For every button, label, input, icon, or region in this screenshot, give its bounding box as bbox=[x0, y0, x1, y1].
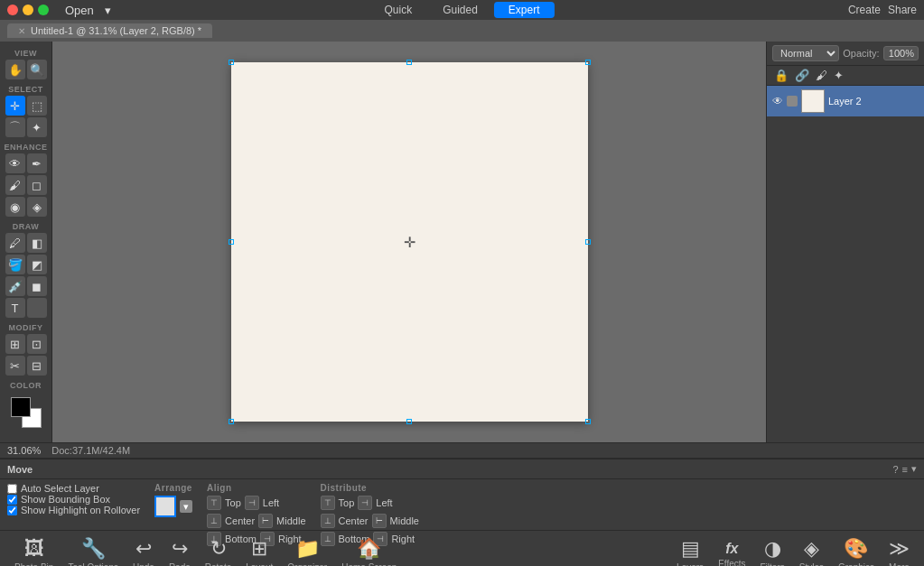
organizer-button[interactable]: 📁 Organizer bbox=[280, 534, 334, 566]
align-middle-button[interactable]: ⊢ bbox=[258, 514, 273, 528]
canvas-area: ✛ bbox=[52, 42, 766, 442]
gradient-tool[interactable]: ◩ bbox=[27, 255, 47, 274]
title-bar: Open ▾ Quick Guided Expert Create Share bbox=[0, 0, 924, 20]
blur-tool[interactable]: ◻ bbox=[27, 175, 47, 195]
shape-tool[interactable]: ◼ bbox=[27, 276, 47, 296]
effects-panel-button[interactable]: fx Effects bbox=[711, 537, 752, 566]
create-button[interactable]: Create bbox=[848, 4, 881, 16]
lasso-tool[interactable]: ⌒ bbox=[5, 117, 25, 137]
blend-mode-select[interactable]: Normal Multiply Screen bbox=[772, 45, 839, 61]
dist-middle-button[interactable]: ⊢ bbox=[372, 514, 387, 528]
eye-tool[interactable]: 👁 bbox=[5, 153, 25, 173]
tab-guided[interactable]: Guided bbox=[428, 2, 492, 18]
type-mask-tool[interactable] bbox=[27, 298, 47, 318]
tool-options-button[interactable]: 🔧 Tool Options bbox=[61, 534, 126, 566]
handle-top-right[interactable] bbox=[585, 60, 591, 65]
document-tab[interactable]: ✕ Untitled-1 @ 31.1% (Layer 2, RGB/8) * bbox=[7, 23, 212, 38]
foreground-color-swatch[interactable] bbox=[11, 397, 31, 417]
filters-panel-button[interactable]: ◑ Filters bbox=[753, 534, 792, 566]
handle-bottom-center[interactable] bbox=[406, 419, 412, 424]
open-arrow-icon[interactable]: ▾ bbox=[101, 4, 115, 17]
share-button[interactable]: Share bbox=[888, 4, 917, 16]
tab-quick[interactable]: Quick bbox=[369, 2, 426, 18]
canvas-document[interactable]: ✛ bbox=[231, 62, 588, 422]
color-swatches bbox=[11, 394, 42, 428]
handle-mid-right[interactable] bbox=[585, 239, 591, 245]
zoom-tool[interactable]: 🔍 bbox=[27, 60, 47, 79]
clone-tool[interactable]: 🖌 bbox=[5, 175, 25, 195]
arrange-dropdown[interactable]: ▾ bbox=[180, 500, 192, 513]
eyedropper-tool[interactable]: 💉 bbox=[5, 276, 25, 296]
organizer-icon: 📁 bbox=[295, 537, 320, 561]
layers-icon-1[interactable]: 🔒 bbox=[772, 69, 790, 82]
expand-icon[interactable]: ▾ bbox=[911, 463, 917, 475]
photo-bin-button[interactable]: 🖼 Photo Bin bbox=[7, 534, 61, 566]
styles-panel-button[interactable]: ◈ Styles bbox=[792, 534, 831, 566]
brush-tool[interactable]: 🖊 bbox=[5, 233, 25, 253]
layers-icon-4[interactable]: ✦ bbox=[832, 69, 845, 82]
transform-tool[interactable]: ✂ bbox=[5, 356, 25, 376]
magic-wand-tool[interactable]: ✦ bbox=[27, 117, 47, 137]
doc-size-value: 37.1M/42.4M bbox=[72, 445, 130, 456]
eraser-tool[interactable]: ◧ bbox=[27, 233, 47, 253]
layers-icon-2[interactable]: 🔗 bbox=[793, 69, 811, 82]
open-menu[interactable]: Open bbox=[61, 4, 98, 17]
align-left-button[interactable]: ⊣ bbox=[245, 496, 259, 510]
effects-panel-label: Effects bbox=[718, 559, 745, 566]
blend-bar: Normal Multiply Screen Opacity: 100% bbox=[767, 42, 924, 66]
layout-button[interactable]: ⊞ Layout bbox=[238, 534, 280, 566]
doc-tab-close[interactable]: ✕ bbox=[18, 26, 25, 36]
paint-bucket-tool[interactable]: 🪣 bbox=[5, 255, 25, 274]
help-icon[interactable]: ? bbox=[892, 464, 898, 475]
rotate-button[interactable]: ↻ Rotate bbox=[198, 534, 238, 566]
graphics-panel-button[interactable]: 🎨 Graphics bbox=[831, 534, 882, 566]
hand-tool[interactable]: ✋ bbox=[5, 60, 25, 79]
close-button[interactable] bbox=[7, 5, 18, 15]
smudge-tool[interactable]: ◈ bbox=[27, 197, 47, 217]
view-tools: ✋ 🔍 bbox=[5, 60, 47, 79]
dist-center-button[interactable]: ⊥ bbox=[321, 514, 335, 528]
dist-left-button[interactable]: ⊣ bbox=[358, 496, 372, 510]
align-center-v-button[interactable]: ⊥ bbox=[207, 514, 221, 528]
menu-icon[interactable]: ≡ bbox=[902, 464, 908, 475]
app-menu: Open ▾ bbox=[61, 4, 115, 17]
auto-select-checkbox[interactable] bbox=[7, 484, 17, 494]
layers-icon-3[interactable]: 🖌 bbox=[814, 69, 829, 82]
fullscreen-button[interactable] bbox=[38, 5, 49, 15]
show-highlight-row: Show Highlight on Rollover bbox=[7, 505, 140, 515]
layer-row[interactable]: 👁 Layer 2 bbox=[767, 86, 924, 116]
marquee-tool[interactable]: ⬚ bbox=[27, 96, 47, 116]
layer-visibility-icon[interactable]: 👁 bbox=[772, 95, 783, 107]
recompose-tool[interactable]: ⊡ bbox=[27, 334, 47, 354]
align-top-button[interactable]: ⊤ bbox=[207, 496, 221, 510]
show-highlight-checkbox[interactable] bbox=[7, 506, 17, 515]
handle-bottom-left[interactable] bbox=[229, 419, 234, 424]
color-squares[interactable] bbox=[11, 397, 42, 428]
straighten-tool[interactable]: ⊟ bbox=[27, 356, 47, 376]
type-tool[interactable]: T bbox=[5, 298, 25, 318]
distribute-header: Distribute bbox=[321, 483, 419, 493]
dist-top-button[interactable]: ⊤ bbox=[321, 496, 335, 510]
arrange-swatch[interactable] bbox=[154, 496, 176, 517]
opacity-value[interactable]: 100% bbox=[883, 46, 919, 60]
layers-panel-button[interactable]: ▤ Layers bbox=[669, 534, 711, 566]
tab-expert[interactable]: Expert bbox=[494, 2, 555, 18]
crop-tool[interactable]: ⊞ bbox=[5, 334, 25, 354]
move-tool[interactable]: ✛ bbox=[5, 96, 25, 116]
home-screen-button[interactable]: 🏠 Home Screen bbox=[334, 534, 404, 566]
handle-top-center[interactable] bbox=[406, 60, 412, 65]
handle-top-left[interactable] bbox=[229, 60, 234, 65]
redo-button[interactable]: ↪ Redo bbox=[162, 534, 198, 566]
more-panel-button[interactable]: ≫ More bbox=[882, 534, 917, 566]
minimize-button[interactable] bbox=[23, 5, 33, 15]
undo-button[interactable]: ↩ Undo bbox=[126, 534, 162, 566]
healing-tool[interactable]: ✒ bbox=[27, 153, 47, 173]
handle-bottom-right[interactable] bbox=[585, 419, 591, 424]
show-bounding-checkbox[interactable] bbox=[7, 495, 17, 505]
dist-left-label: Left bbox=[376, 497, 392, 508]
modify-label: MODIFY bbox=[9, 323, 43, 332]
sponge-tool[interactable]: ◉ bbox=[5, 197, 25, 217]
enhance-tools-3: ◉ ◈ bbox=[5, 197, 47, 217]
tool-options-label: Tool Options bbox=[68, 562, 118, 566]
handle-mid-left[interactable] bbox=[229, 239, 234, 245]
